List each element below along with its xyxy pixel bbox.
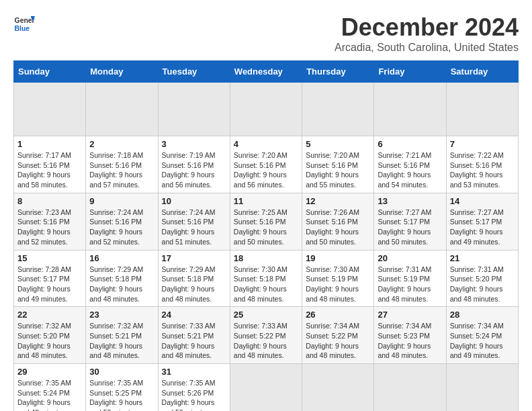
day-number: 12 bbox=[306, 196, 370, 206]
day-number: 27 bbox=[378, 310, 442, 320]
day-number: 10 bbox=[162, 196, 226, 206]
logo-icon: General Blue bbox=[13, 13, 35, 35]
calendar-cell: 6Sunrise: 7:21 AM Sunset: 5:16 PM Daylig… bbox=[374, 136, 446, 193]
day-detail: Sunrise: 7:30 AM Sunset: 5:18 PM Dayligh… bbox=[234, 265, 298, 304]
day-detail: Sunrise: 7:35 AM Sunset: 5:24 PM Dayligh… bbox=[17, 378, 82, 411]
day-number: 13 bbox=[378, 196, 442, 206]
calendar-cell: 4Sunrise: 7:20 AM Sunset: 5:16 PM Daylig… bbox=[230, 136, 302, 193]
day-detail: Sunrise: 7:25 AM Sunset: 5:16 PM Dayligh… bbox=[234, 208, 298, 247]
day-detail: Sunrise: 7:21 AM Sunset: 5:16 PM Dayligh… bbox=[378, 150, 442, 190]
day-number: 1 bbox=[17, 139, 82, 149]
calendar-cell: 23Sunrise: 7:32 AM Sunset: 5:21 PM Dayli… bbox=[86, 307, 158, 364]
calendar-cell: 21Sunrise: 7:31 AM Sunset: 5:20 PM Dayli… bbox=[446, 250, 518, 307]
day-detail: Sunrise: 7:29 AM Sunset: 5:18 PM Dayligh… bbox=[162, 265, 226, 304]
calendar-cell: 22Sunrise: 7:32 AM Sunset: 5:20 PM Dayli… bbox=[14, 307, 86, 364]
calendar-cell: 19Sunrise: 7:30 AM Sunset: 5:19 PM Dayli… bbox=[302, 250, 374, 307]
day-detail: Sunrise: 7:35 AM Sunset: 5:25 PM Dayligh… bbox=[89, 378, 154, 411]
day-number: 5 bbox=[306, 139, 370, 149]
day-number: 4 bbox=[234, 139, 298, 149]
header-sunday: Sunday bbox=[14, 61, 86, 83]
day-detail: Sunrise: 7:31 AM Sunset: 5:19 PM Dayligh… bbox=[378, 265, 442, 304]
header-friday: Friday bbox=[374, 61, 446, 83]
day-number: 6 bbox=[378, 139, 442, 149]
calendar-cell: 5Sunrise: 7:20 AM Sunset: 5:16 PM Daylig… bbox=[302, 136, 374, 193]
calendar-cell: 12Sunrise: 7:26 AM Sunset: 5:16 PM Dayli… bbox=[302, 193, 374, 250]
day-number: 2 bbox=[89, 139, 154, 149]
day-number: 17 bbox=[162, 253, 226, 263]
calendar-cell: 1Sunrise: 7:17 AM Sunset: 5:16 PM Daylig… bbox=[14, 136, 86, 193]
calendar-cell bbox=[446, 83, 518, 136]
calendar-cell: 29Sunrise: 7:35 AM Sunset: 5:24 PM Dayli… bbox=[14, 364, 86, 412]
day-number: 14 bbox=[450, 196, 515, 206]
day-detail: Sunrise: 7:24 AM Sunset: 5:16 PM Dayligh… bbox=[89, 208, 154, 247]
header-thursday: Thursday bbox=[302, 61, 374, 83]
day-number: 22 bbox=[17, 310, 82, 320]
month-title: December 2024 bbox=[335, 13, 519, 42]
header-wednesday: Wednesday bbox=[230, 61, 302, 83]
calendar-cell: 3Sunrise: 7:19 AM Sunset: 5:16 PM Daylig… bbox=[158, 136, 230, 193]
day-detail: Sunrise: 7:35 AM Sunset: 5:26 PM Dayligh… bbox=[162, 378, 226, 411]
header-monday: Monday bbox=[86, 61, 158, 83]
header-saturday: Saturday bbox=[446, 61, 518, 83]
day-detail: Sunrise: 7:27 AM Sunset: 5:17 PM Dayligh… bbox=[378, 208, 442, 247]
day-number: 21 bbox=[450, 253, 515, 263]
day-number: 23 bbox=[89, 310, 154, 320]
calendar-cell bbox=[14, 83, 86, 136]
day-number: 25 bbox=[234, 310, 298, 320]
day-number: 24 bbox=[162, 310, 226, 320]
header-row: Sunday Monday Tuesday Wednesday Thursday… bbox=[14, 61, 519, 83]
day-number: 29 bbox=[17, 367, 82, 377]
day-detail: Sunrise: 7:31 AM Sunset: 5:20 PM Dayligh… bbox=[450, 265, 515, 304]
day-detail: Sunrise: 7:33 AM Sunset: 5:21 PM Dayligh… bbox=[162, 321, 226, 361]
day-detail: Sunrise: 7:23 AM Sunset: 5:16 PM Dayligh… bbox=[17, 208, 82, 247]
calendar-cell bbox=[158, 83, 230, 136]
day-number: 20 bbox=[378, 253, 442, 263]
calendar-week-3: 15Sunrise: 7:28 AM Sunset: 5:17 PM Dayli… bbox=[14, 250, 519, 307]
header-tuesday: Tuesday bbox=[158, 61, 230, 83]
calendar-cell bbox=[446, 364, 518, 412]
calendar-table: Sunday Monday Tuesday Wednesday Thursday… bbox=[13, 60, 519, 411]
calendar-cell: 26Sunrise: 7:34 AM Sunset: 5:22 PM Dayli… bbox=[302, 307, 374, 364]
day-detail: Sunrise: 7:34 AM Sunset: 5:24 PM Dayligh… bbox=[450, 321, 515, 361]
day-number: 31 bbox=[162, 367, 226, 377]
calendar-cell: 17Sunrise: 7:29 AM Sunset: 5:18 PM Dayli… bbox=[158, 250, 230, 307]
calendar-week-2: 8Sunrise: 7:23 AM Sunset: 5:16 PM Daylig… bbox=[14, 193, 519, 250]
calendar-week-5: 29Sunrise: 7:35 AM Sunset: 5:24 PM Dayli… bbox=[14, 364, 519, 412]
calendar-cell bbox=[230, 83, 302, 136]
day-detail: Sunrise: 7:19 AM Sunset: 5:16 PM Dayligh… bbox=[162, 150, 226, 190]
day-number: 19 bbox=[306, 253, 370, 263]
calendar-cell bbox=[230, 364, 302, 412]
calendar-cell bbox=[374, 364, 446, 412]
day-number: 28 bbox=[450, 310, 515, 320]
calendar-week-0 bbox=[14, 83, 519, 136]
calendar-cell: 28Sunrise: 7:34 AM Sunset: 5:24 PM Dayli… bbox=[446, 307, 518, 364]
calendar-cell bbox=[374, 83, 446, 136]
day-number: 11 bbox=[234, 196, 298, 206]
calendar-cell: 25Sunrise: 7:33 AM Sunset: 5:22 PM Dayli… bbox=[230, 307, 302, 364]
day-number: 3 bbox=[162, 139, 226, 149]
logo: General Blue bbox=[13, 13, 35, 35]
calendar-cell: 9Sunrise: 7:24 AM Sunset: 5:16 PM Daylig… bbox=[86, 193, 158, 250]
calendar-cell: 20Sunrise: 7:31 AM Sunset: 5:19 PM Dayli… bbox=[374, 250, 446, 307]
day-number: 15 bbox=[17, 253, 82, 263]
svg-text:Blue: Blue bbox=[15, 25, 30, 32]
day-detail: Sunrise: 7:27 AM Sunset: 5:17 PM Dayligh… bbox=[450, 208, 515, 247]
day-detail: Sunrise: 7:22 AM Sunset: 5:16 PM Dayligh… bbox=[450, 150, 515, 190]
day-number: 7 bbox=[450, 139, 515, 149]
day-detail: Sunrise: 7:28 AM Sunset: 5:17 PM Dayligh… bbox=[17, 265, 82, 304]
calendar-cell bbox=[302, 364, 374, 412]
calendar-cell: 27Sunrise: 7:34 AM Sunset: 5:23 PM Dayli… bbox=[374, 307, 446, 364]
calendar-cell: 30Sunrise: 7:35 AM Sunset: 5:25 PM Dayli… bbox=[86, 364, 158, 412]
calendar-cell: 18Sunrise: 7:30 AM Sunset: 5:18 PM Dayli… bbox=[230, 250, 302, 307]
calendar-cell: 10Sunrise: 7:24 AM Sunset: 5:16 PM Dayli… bbox=[158, 193, 230, 250]
day-number: 8 bbox=[17, 196, 82, 206]
day-detail: Sunrise: 7:24 AM Sunset: 5:16 PM Dayligh… bbox=[162, 208, 226, 247]
calendar-cell bbox=[302, 83, 374, 136]
day-number: 18 bbox=[234, 253, 298, 263]
title-area: December 2024 Arcadia, South Carolina, U… bbox=[335, 13, 519, 54]
day-detail: Sunrise: 7:30 AM Sunset: 5:19 PM Dayligh… bbox=[306, 265, 370, 304]
day-detail: Sunrise: 7:34 AM Sunset: 5:22 PM Dayligh… bbox=[306, 321, 370, 361]
calendar-week-1: 1Sunrise: 7:17 AM Sunset: 5:16 PM Daylig… bbox=[14, 136, 519, 193]
calendar-cell: 14Sunrise: 7:27 AM Sunset: 5:17 PM Dayli… bbox=[446, 193, 518, 250]
page-header: General Blue December 2024 Arcadia, Sout… bbox=[13, 13, 519, 54]
